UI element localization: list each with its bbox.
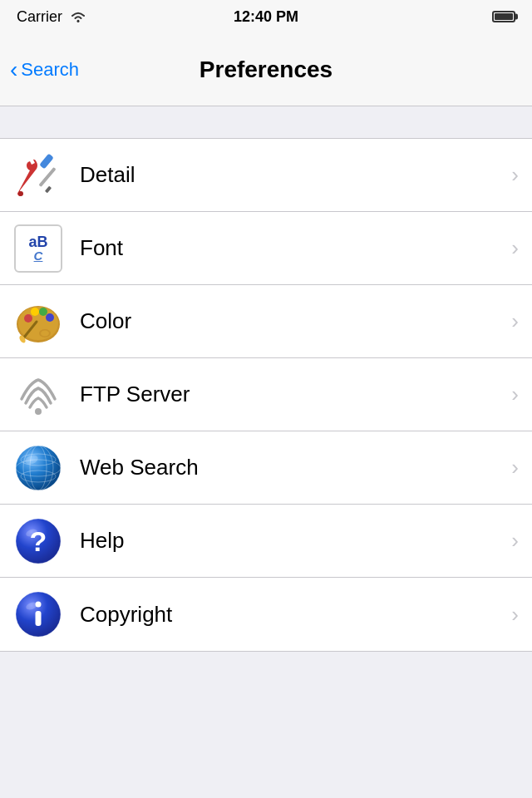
- svg-point-15: [35, 408, 42, 415]
- svg-rect-31: [36, 611, 42, 626]
- font-icon-text: aB C: [28, 234, 47, 262]
- status-right: [492, 11, 515, 22]
- help-svg: ?: [13, 516, 63, 566]
- page-title: Preferences: [200, 57, 332, 83]
- ftp-chevron-icon: ›: [511, 382, 519, 407]
- font-label: Font: [80, 235, 511, 261]
- svg-rect-2: [38, 166, 56, 186]
- svg-point-0: [77, 20, 80, 22]
- preferences-list: Detail › aB C Font ›: [0, 138, 532, 652]
- list-item-font[interactable]: aB C Font ›: [0, 212, 532, 285]
- detail-label: Detail: [80, 162, 511, 188]
- ftp-icon: [13, 370, 63, 420]
- battery-icon: [492, 11, 515, 22]
- copyright-icon: [13, 589, 63, 639]
- color-icon: [13, 297, 63, 347]
- list-item-copyright[interactable]: Copyright ›: [0, 578, 532, 651]
- detail-icon: [13, 150, 63, 200]
- svg-point-12: [46, 313, 54, 322]
- section-separator: [0, 106, 532, 138]
- list-item-help[interactable]: ? Help ›: [0, 505, 532, 578]
- copyright-chevron-icon: ›: [511, 602, 519, 628]
- websearch-label: Web Search: [80, 455, 511, 480]
- status-bar: Carrier 12:40 PM: [0, 0, 532, 33]
- font-chevron-icon: ›: [511, 235, 519, 261]
- svg-point-11: [39, 308, 47, 316]
- help-label: Help: [80, 528, 511, 554]
- info-svg: [13, 589, 63, 639]
- svg-point-9: [24, 314, 32, 323]
- back-label: Search: [21, 59, 79, 81]
- palette-svg: [13, 297, 63, 347]
- help-chevron-icon: ›: [511, 528, 519, 554]
- color-chevron-icon: ›: [511, 308, 519, 334]
- status-left: Carrier: [17, 8, 87, 26]
- list-item-color[interactable]: Color ›: [0, 285, 532, 358]
- list-item-websearch[interactable]: Web Search ›: [0, 431, 532, 505]
- svg-point-10: [31, 308, 39, 316]
- tools-svg: [13, 150, 63, 200]
- color-label: Color: [80, 308, 511, 334]
- ftp-label: FTP Server: [80, 382, 511, 407]
- svg-rect-3: [45, 185, 52, 193]
- back-button[interactable]: ‹ Search: [10, 58, 79, 81]
- websearch-icon: [13, 443, 63, 493]
- font-icon: aB C: [13, 224, 63, 273]
- back-chevron-icon: ‹: [10, 58, 17, 81]
- bottom-space: [0, 652, 532, 798]
- globe-svg: [13, 443, 63, 493]
- font-icon-box: aB C: [14, 224, 62, 273]
- nav-bar: ‹ Search Preferences: [0, 33, 532, 106]
- copyright-label: Copyright: [80, 602, 511, 628]
- carrier-label: Carrier: [17, 8, 62, 26]
- status-time: 12:40 PM: [234, 8, 298, 26]
- help-icon: ?: [13, 516, 63, 566]
- svg-point-8: [41, 330, 49, 336]
- list-item-detail[interactable]: Detail ›: [0, 139, 532, 212]
- websearch-chevron-icon: ›: [511, 455, 519, 480]
- svg-rect-1: [39, 153, 54, 169]
- list-item-ftp[interactable]: FTP Server ›: [0, 358, 532, 431]
- wifi-pref-svg: [13, 370, 63, 420]
- wifi-icon: [69, 10, 87, 23]
- svg-point-4: [18, 191, 23, 196]
- detail-chevron-icon: ›: [511, 162, 519, 188]
